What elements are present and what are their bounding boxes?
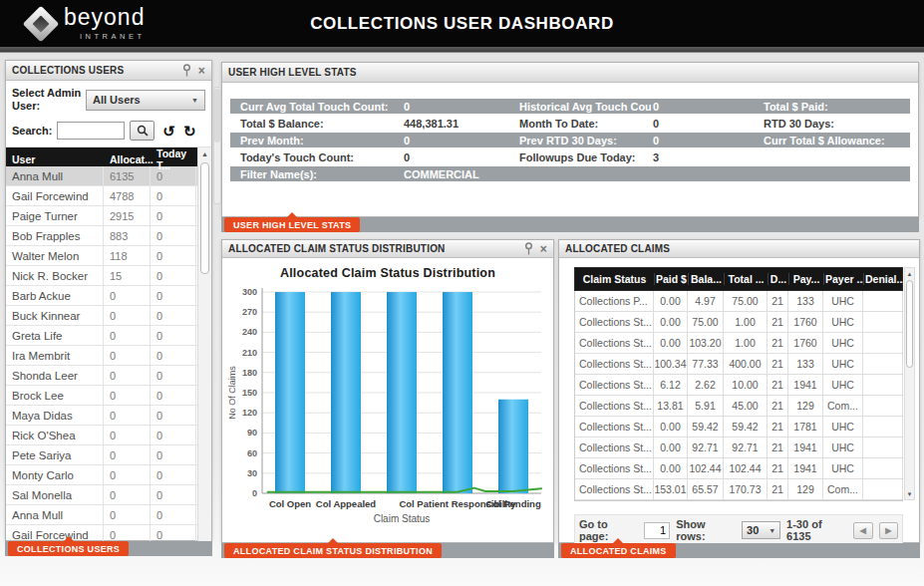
users-table-row[interactable]: Monty Carlo00 xyxy=(6,465,211,485)
svg-text:270: 270 xyxy=(242,307,257,317)
users-table-row[interactable]: Maya Didas00 xyxy=(6,406,211,426)
claim-value-cell: 1.00 xyxy=(724,312,768,332)
users-table-row[interactable]: Gail Forcewind47880 xyxy=(6,186,211,206)
stats-scrollbar-thumb[interactable] xyxy=(214,89,220,143)
claim-value-cell: 400.00 xyxy=(724,354,768,374)
users-table-row[interactable]: Buck Kinnear00 xyxy=(6,306,211,326)
svg-text:300: 300 xyxy=(242,287,257,297)
claims-column-header[interactable]: Payer ... xyxy=(824,273,864,285)
claims-table-row[interactable]: Collections St...0.0075.001.00211760UHC xyxy=(575,312,902,333)
users-table-row[interactable]: Pete Sariya00 xyxy=(6,445,211,465)
users-table-row[interactable]: Rick O'Shea00 xyxy=(6,426,211,445)
claims-table-row[interactable]: Collections St...0.00102.44102.44211941U… xyxy=(575,458,902,479)
stats-left-scrollbar[interactable] xyxy=(213,87,221,204)
claims-column-header[interactable]: Bala... xyxy=(689,273,725,285)
allocated-cell: 883 xyxy=(104,226,151,245)
users-table-row[interactable]: Greta Life00 xyxy=(6,326,211,346)
users-table: User Allocat... Today T... Anna Mull6135… xyxy=(6,147,211,545)
claim-value-cell xyxy=(863,291,903,311)
allocated-cell: 118 xyxy=(104,246,151,265)
users-panel-controls: Select Admin User: All Users ▼ Search: ↺… xyxy=(6,81,211,147)
stat-label: Total $ Balance: xyxy=(230,118,402,130)
claims-column-header[interactable]: D... xyxy=(769,273,789,285)
scroll-down-icon[interactable]: ▼ xyxy=(905,488,914,499)
users-col-allocated[interactable]: Allocat... xyxy=(104,153,151,165)
claims-table-row[interactable]: Collections St...0.00103.201.00211760UHC xyxy=(575,333,902,354)
pin-icon[interactable] xyxy=(182,64,191,77)
stat-label: Total $ Paid: xyxy=(754,101,901,113)
tab-user-high-level-stats[interactable]: USER HIGH LEVEL STATS xyxy=(224,217,360,232)
user-name-cell: Nick R. Bocker xyxy=(6,266,104,285)
prev-page-button[interactable]: ◀ xyxy=(853,522,872,539)
claims-column-header[interactable]: Paid $ xyxy=(655,273,689,285)
claim-value-cell: 77.33 xyxy=(688,354,724,374)
show-rows-label: Show rows: xyxy=(676,518,736,542)
user-name-cell: Anna Mull xyxy=(6,166,104,185)
claim-value-cell: 65.57 xyxy=(688,479,724,499)
claims-column-header[interactable]: Denial... xyxy=(864,273,905,285)
claims-column-header[interactable]: Pay... xyxy=(789,273,824,285)
claims-table-row[interactable]: Collections St...13.815.9145.0021129Com.… xyxy=(575,396,902,417)
refresh-cw-icon[interactable]: ↻ xyxy=(183,124,196,139)
users-table-row[interactable]: Barb Ackue00 xyxy=(6,286,211,306)
users-table-row[interactable]: Paige Turner29150 xyxy=(6,206,211,226)
users-table-row[interactable]: Ira Membrit00 xyxy=(6,346,211,366)
claims-table-row[interactable]: Collections P...0.004.9775.0021133UHC xyxy=(575,291,902,312)
claim-value-cell: 21 xyxy=(768,458,788,478)
users-table-row[interactable]: Brock Lee00 xyxy=(6,386,211,406)
claims-table-row[interactable]: Collections St...0.0092.7192.71211941UHC xyxy=(575,438,902,458)
admin-user-select[interactable]: All Users ▼ xyxy=(86,90,205,111)
users-table-row[interactable]: Nick R. Bocker150 xyxy=(6,266,211,286)
today-cell: 0 xyxy=(151,266,196,285)
scroll-up-icon[interactable]: ▲ xyxy=(905,268,914,279)
claim-value-cell: 21 xyxy=(768,438,788,457)
users-col-user[interactable]: User xyxy=(6,153,104,165)
claim-value-cell: 21 xyxy=(768,417,788,437)
tab-collections-users[interactable]: COLLECTIONS USERS xyxy=(8,541,129,556)
claim-value-cell: UHC xyxy=(823,333,863,353)
claims-scrollbar-thumb[interactable] xyxy=(906,280,913,368)
refresh-ccw-icon[interactable]: ↺ xyxy=(162,124,175,139)
today-cell: 0 xyxy=(151,186,196,205)
claims-table-scrollbar[interactable]: ▲ ▼ xyxy=(904,267,915,500)
stat-value: 3 xyxy=(651,151,754,163)
claim-value-cell: 21 xyxy=(768,333,788,353)
claims-table-row[interactable]: Collections St...153.0165.57170.7321129C… xyxy=(575,479,902,500)
users-scrollbar-thumb[interactable] xyxy=(200,162,209,274)
allocated-cell: 0 xyxy=(104,426,151,444)
page-number-input[interactable] xyxy=(644,522,670,539)
svg-text:0: 0 xyxy=(252,488,257,498)
svg-text:120: 120 xyxy=(242,408,257,418)
claim-value-cell: 0.00 xyxy=(654,417,688,437)
users-table-row[interactable]: Sal Monella00 xyxy=(6,485,211,505)
users-table-row[interactable]: Walter Melon1180 xyxy=(6,246,211,266)
svg-text:210: 210 xyxy=(242,348,257,358)
tab-allocated-claims[interactable]: ALLOCATED CLAIMS xyxy=(561,543,676,558)
claims-table-row[interactable]: Collections St...6.122.6210.00211941UHC xyxy=(575,375,902,396)
next-page-button[interactable]: ▶ xyxy=(879,522,898,539)
stats-row: Total $ Balance:448,381.31Month To Date:… xyxy=(230,116,910,131)
claims-column-header[interactable]: Claim Status xyxy=(575,273,655,285)
close-icon[interactable]: × xyxy=(540,243,547,255)
pin-icon[interactable] xyxy=(524,242,533,255)
users-table-row[interactable]: Bob Frapples8830 xyxy=(6,226,211,246)
search-input[interactable] xyxy=(57,122,125,140)
search-button[interactable] xyxy=(130,121,154,141)
users-table-row[interactable]: Anna Mull61350 xyxy=(6,166,211,186)
claims-column-header[interactable]: Total ... xyxy=(725,273,769,285)
svg-text:Col Open: Col Open xyxy=(269,498,311,509)
claim-value-cell: 102.44 xyxy=(724,458,768,478)
claim-value-cell: 92.71 xyxy=(688,438,724,457)
today-cell: 0 xyxy=(151,346,196,365)
claims-table-row[interactable]: Collections St...100.3477.33400.0021133U… xyxy=(575,354,902,375)
claim-value-cell xyxy=(863,396,903,416)
tab-allocated-claim-status-distribution[interactable]: ALLOCATED CLAIM STATUS DISTRIBUTION xyxy=(224,543,442,558)
scroll-up-icon[interactable]: ▲ xyxy=(198,147,211,160)
users-table-row[interactable]: Shonda Leer00 xyxy=(6,366,211,386)
show-rows-select[interactable]: 30 ▼ xyxy=(742,521,780,539)
close-icon[interactable]: × xyxy=(198,65,205,77)
users-table-scrollbar[interactable]: ▲ xyxy=(197,147,211,545)
users-table-row[interactable]: Anna Mull00 xyxy=(6,505,211,525)
claim-value-cell: 1941 xyxy=(788,458,823,478)
claims-table-row[interactable]: Collections St...0.0059.4259.42211781UHC xyxy=(575,417,902,438)
